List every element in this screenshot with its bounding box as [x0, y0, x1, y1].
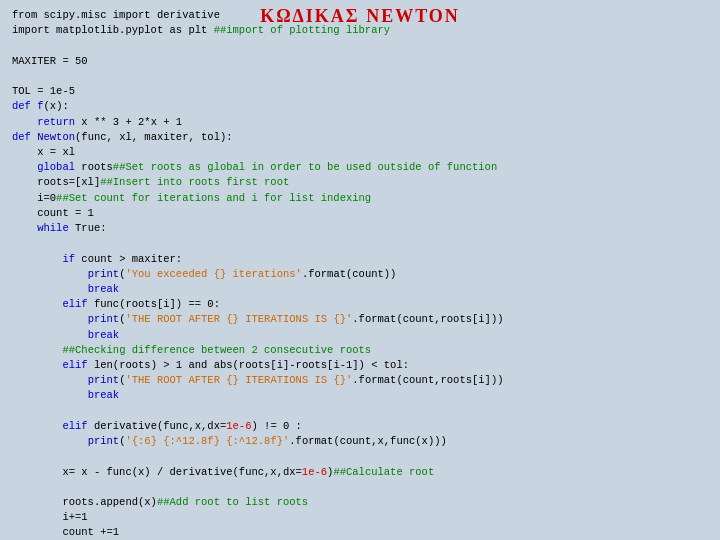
page-title: ΚΩΔΙΚΑΣ NEWTON: [260, 6, 460, 27]
code-line: print('THE ROOT AFTER {} ITERATIONS IS {…: [12, 373, 708, 388]
code-line: def Newton(func, xl, maxiter, tol):: [12, 130, 708, 145]
code-line: roots=[xl]##Insert into roots first root: [12, 175, 708, 190]
code-line: count = 1: [12, 206, 708, 221]
code-line: print('{:6} {:^12.8f} {:^12.8f}'.format(…: [12, 434, 708, 449]
code-line: [12, 38, 708, 53]
code-line: x= x - func(x) / derivative(func,x,dx=1e…: [12, 465, 708, 480]
code-line: if count > maxiter:: [12, 252, 708, 267]
code-line: i+=1: [12, 510, 708, 525]
code-line: [12, 480, 708, 495]
code-line: elif derivative(func,x,dx=1e-6) != 0 :: [12, 419, 708, 434]
code-line: ##Checking difference between 2 consecut…: [12, 343, 708, 358]
code-line: return x ** 3 + 2*x + 1: [12, 115, 708, 130]
code-area: from scipy.misc import derivativeimport …: [0, 0, 720, 540]
code-line: break: [12, 328, 708, 343]
code-line: def f(x):: [12, 99, 708, 114]
code-line: i=0##Set count for iterations and i for …: [12, 191, 708, 206]
code-line: global roots##Set roots as global in ord…: [12, 160, 708, 175]
code-line: break: [12, 388, 708, 403]
code-line: print('THE ROOT AFTER {} ITERATIONS IS {…: [12, 312, 708, 327]
code-line: break: [12, 282, 708, 297]
code-line: TOL = 1e-5: [12, 84, 708, 99]
code-line: count +=1: [12, 525, 708, 540]
code-line: elif len(roots) > 1 and abs(roots[i]-roo…: [12, 358, 708, 373]
code-line: while True:: [12, 221, 708, 236]
code-line: [12, 404, 708, 419]
code-line: MAXITER = 50: [12, 54, 708, 69]
code-line: x = xl: [12, 145, 708, 160]
code-line: roots.append(x)##Add root to list roots: [12, 495, 708, 510]
code-line: [12, 69, 708, 84]
code-line: [12, 236, 708, 251]
code-line: [12, 449, 708, 464]
code-line: print('You exceeded {} iterations'.forma…: [12, 267, 708, 282]
code-line: elif func(roots[i]) == 0:: [12, 297, 708, 312]
